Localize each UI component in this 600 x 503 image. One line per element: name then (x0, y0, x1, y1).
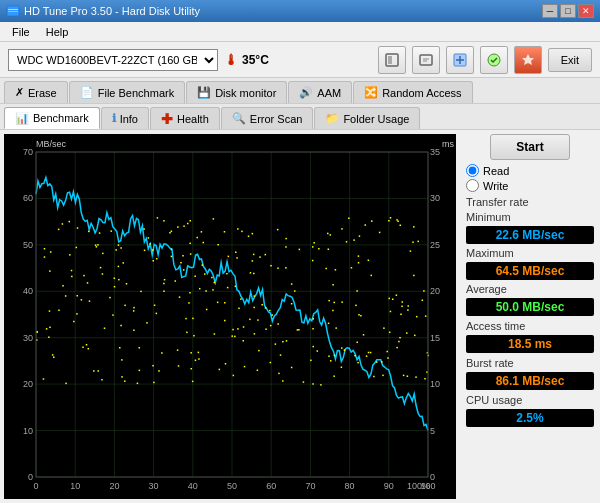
svg-rect-1 (8, 9, 18, 10)
tab-random-access[interactable]: 🔀 Random Access (353, 81, 472, 103)
erase-icon: ✗ (15, 86, 24, 99)
titlebar-title: HD Tune Pro 3.50 - Hard Disk Utility (24, 5, 200, 17)
radio-write-label: Write (483, 180, 508, 192)
maximize-button[interactable]: □ (560, 4, 576, 18)
tabs-row-2: 📊 Benchmark ℹ Info ✚ Health 🔍 Error Scan… (0, 104, 600, 130)
svg-rect-5 (420, 55, 432, 65)
burst-rate-value: 86.1 MB/sec (466, 372, 594, 390)
tab-benchmark-label: Benchmark (33, 112, 89, 124)
benchmark-chart (4, 134, 456, 499)
aam-icon: 🔊 (299, 86, 313, 99)
bench-icon: 📊 (15, 112, 29, 125)
tab-disk-monitor[interactable]: 💾 Disk monitor (186, 81, 287, 103)
tab-file-benchmark[interactable]: 📄 File Benchmark (69, 81, 185, 103)
svg-rect-2 (8, 11, 18, 12)
tab-info-label: Info (120, 113, 138, 125)
cpu-usage-value: 2.5% (466, 409, 594, 427)
menu-help[interactable]: Help (38, 25, 77, 39)
cpu-usage-label: CPU usage (466, 394, 594, 406)
minimum-label: Minimum (466, 211, 594, 223)
radio-read[interactable] (466, 164, 479, 177)
start-button[interactable]: Start (490, 134, 570, 160)
error-icon: 🔍 (232, 112, 246, 125)
radio-write[interactable] (466, 179, 479, 192)
toolbar: WDC WD1600BEVT-22ZCT (160 GB) 🌡 35°C Exi… (0, 42, 600, 78)
tab-aam-label: AAM (317, 87, 341, 99)
temperature-display: 🌡 35°C (224, 52, 269, 68)
disk-select[interactable]: WDC WD1600BEVT-22ZCT (160 GB) (8, 49, 218, 71)
main-content: Start Read Write Transfer rate Minimum 2… (0, 130, 600, 503)
minimum-value: 22.6 MB/sec (466, 226, 594, 244)
exit-button[interactable]: Exit (548, 48, 592, 72)
tab-disk-monitor-label: Disk monitor (215, 87, 276, 99)
access-time-label: Access time (466, 320, 594, 332)
tab-error-scan[interactable]: 🔍 Error Scan (221, 107, 314, 129)
menu-file[interactable]: File (4, 25, 38, 39)
tab-folder-usage-label: Folder Usage (343, 113, 409, 125)
transfer-rate-title: Transfer rate (466, 196, 594, 208)
app-icon (6, 4, 20, 18)
health-icon: ✚ (161, 111, 173, 127)
tab-erase[interactable]: ✗ Erase (4, 81, 68, 103)
tab-folder-usage[interactable]: 📁 Folder Usage (314, 107, 420, 129)
burst-rate-section: Burst rate 86.1 MB/sec (466, 357, 594, 390)
average-label: Average (466, 283, 594, 295)
thermometer-icon: 🌡 (224, 52, 238, 68)
tab-benchmark[interactable]: 📊 Benchmark (4, 107, 100, 129)
svg-rect-4 (388, 56, 392, 64)
toolbar-btn-2[interactable] (412, 46, 440, 74)
right-panel: Start Read Write Transfer rate Minimum 2… (460, 130, 600, 503)
maximum-label: Maximum (466, 247, 594, 259)
temperature-value: 35°C (242, 53, 269, 67)
radio-read-row[interactable]: Read (466, 164, 594, 177)
access-time-section: Access time 18.5 ms (466, 320, 594, 353)
menubar: File Help (0, 22, 600, 42)
file-icon: 📄 (80, 86, 94, 99)
burst-rate-label: Burst rate (466, 357, 594, 369)
titlebar-left: HD Tune Pro 3.50 - Hard Disk Utility (6, 4, 200, 18)
tab-error-scan-label: Error Scan (250, 113, 303, 125)
tab-info[interactable]: ℹ Info (101, 107, 149, 129)
tab-erase-label: Erase (28, 87, 57, 99)
disk-icon: 💾 (197, 86, 211, 99)
tab-file-benchmark-label: File Benchmark (98, 87, 174, 99)
tabs-row-1: ✗ Erase 📄 File Benchmark 💾 Disk monitor … (0, 78, 600, 104)
titlebar: HD Tune Pro 3.50 - Hard Disk Utility ─ □… (0, 0, 600, 22)
access-time-value: 18.5 ms (466, 335, 594, 353)
minimize-button[interactable]: ─ (542, 4, 558, 18)
tab-aam[interactable]: 🔊 AAM (288, 81, 352, 103)
average-value: 50.0 MB/sec (466, 298, 594, 316)
titlebar-controls: ─ □ ✕ (542, 4, 594, 18)
radio-write-row[interactable]: Write (466, 179, 594, 192)
maximum-value: 64.5 MB/sec (466, 262, 594, 280)
close-button[interactable]: ✕ (578, 4, 594, 18)
tab-random-access-label: Random Access (382, 87, 461, 99)
radio-group: Read Write (466, 164, 594, 192)
cpu-usage-section: CPU usage 2.5% (466, 394, 594, 427)
folder-icon: 📁 (325, 112, 339, 125)
random-icon: 🔀 (364, 86, 378, 99)
radio-read-label: Read (483, 165, 509, 177)
info-icon: ℹ (112, 112, 116, 125)
transfer-rate-section: Transfer rate Minimum 22.6 MB/sec Maximu… (466, 196, 594, 316)
tab-health[interactable]: ✚ Health (150, 107, 220, 129)
toolbar-btn-5[interactable] (514, 46, 542, 74)
toolbar-btn-4[interactable] (480, 46, 508, 74)
toolbar-btn-1[interactable] (378, 46, 406, 74)
chart-area (4, 134, 456, 499)
toolbar-btn-3[interactable] (446, 46, 474, 74)
tab-health-label: Health (177, 113, 209, 125)
